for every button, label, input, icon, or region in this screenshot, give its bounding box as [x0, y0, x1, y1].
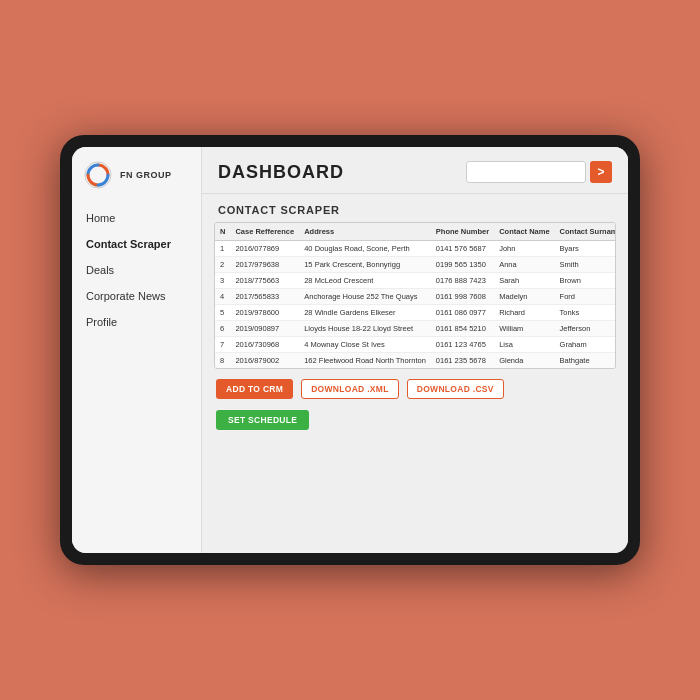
col-header: Phone Number	[431, 223, 494, 241]
table-cell: William	[494, 321, 554, 337]
table-cell: Byars	[555, 241, 616, 257]
table-cell: Jefferson	[555, 321, 616, 337]
table-cell: 0161 086 0977	[431, 305, 494, 321]
table-cell: 4	[215, 289, 230, 305]
section-title: CONTACT SCRAPER	[202, 194, 628, 222]
set-schedule-button[interactable]: SET SCHEDULE	[216, 410, 309, 430]
table-body: 12016/07786940 Douglas Road, Scone, Pert…	[215, 241, 616, 369]
table-cell: 28 Windle Gardens Elkeser	[299, 305, 431, 321]
table-cell: 3	[215, 273, 230, 289]
table-cell: Anna	[494, 257, 554, 273]
table-cell: 2	[215, 257, 230, 273]
action-row: ADD TO CRM DOWNLOAD .XML DOWNLOAD .CSV	[202, 369, 628, 405]
table-cell: 2019/090897	[230, 321, 299, 337]
table-cell: 1	[215, 241, 230, 257]
table-cell: Glenda	[494, 353, 554, 369]
table-cell: 2016/879002	[230, 353, 299, 369]
search-input[interactable]	[466, 161, 586, 183]
table-cell: John	[494, 241, 554, 257]
data-table-container: NCase RefferenceAddressPhone NumberConta…	[214, 222, 616, 369]
table-cell: 7	[215, 337, 230, 353]
table-cell: Anchorage House 252 The Quays	[299, 289, 431, 305]
table-row: 82016/879002162 Fleetwood Road North Tho…	[215, 353, 616, 369]
page-title: DASHBOARD	[218, 162, 344, 183]
table-cell: 5	[215, 305, 230, 321]
table-cell: Smith	[555, 257, 616, 273]
add-to-crm-button[interactable]: ADD TO CRM	[216, 379, 293, 399]
sidebar-item-home[interactable]: Home	[72, 205, 201, 231]
table-cell: 15 Park Crescent, Bonnyrigg	[299, 257, 431, 273]
table-cell: 2016/077869	[230, 241, 299, 257]
table-cell: Lloyds House 18-22 Lloyd Street	[299, 321, 431, 337]
sidebar-nav: Home Contact Scraper Deals Corporate New…	[72, 205, 201, 335]
download-xml-button[interactable]: DOWNLOAD .XML	[301, 379, 399, 399]
search-button[interactable]: >	[590, 161, 612, 183]
fn-group-logo	[84, 161, 112, 189]
table-row: 32018/77566328 McLeod Crescent0176 888 7…	[215, 273, 616, 289]
sidebar-item-contact-scraper[interactable]: Contact Scraper	[72, 231, 201, 257]
device-frame: FN GROUP Home Contact Scraper Deals Corp…	[60, 135, 640, 565]
table-cell: 0161 854 5210	[431, 321, 494, 337]
table-cell: 0161 235 5678	[431, 353, 494, 369]
table-cell: 2019/978600	[230, 305, 299, 321]
col-header: Case Refference	[230, 223, 299, 241]
table-cell: 6	[215, 321, 230, 337]
table-cell: 0161 123 4765	[431, 337, 494, 353]
main-content: DASHBOARD > CONTACT SCRAPER NCase Reffer…	[202, 147, 628, 553]
download-csv-button[interactable]: DOWNLOAD .CSV	[407, 379, 504, 399]
table-cell: Brown	[555, 273, 616, 289]
sidebar: FN GROUP Home Contact Scraper Deals Corp…	[72, 147, 202, 553]
table-cell: 0161 998 7608	[431, 289, 494, 305]
table-cell: Lisa	[494, 337, 554, 353]
table-cell: Richard	[494, 305, 554, 321]
table-row: 42017/565833Anchorage House 252 The Quay…	[215, 289, 616, 305]
table-cell: Madelyn	[494, 289, 554, 305]
col-header: Contact Name	[494, 223, 554, 241]
col-header: N	[215, 223, 230, 241]
table-cell: 8	[215, 353, 230, 369]
sidebar-item-profile[interactable]: Profile	[72, 309, 201, 335]
sidebar-item-deals[interactable]: Deals	[72, 257, 201, 283]
table-cell: 162 Fleetwood Road North Thornton	[299, 353, 431, 369]
col-header: Contact Surname	[555, 223, 616, 241]
table-cell: 0141 576 5687	[431, 241, 494, 257]
logo-text: FN GROUP	[120, 170, 172, 180]
table-row: 72016/7309684 Mownay Close St Ives0161 1…	[215, 337, 616, 353]
contact-scraper-table: NCase RefferenceAddressPhone NumberConta…	[215, 223, 616, 368]
table-cell: 2017/979638	[230, 257, 299, 273]
table-cell: Bathgate	[555, 353, 616, 369]
table-header-row: NCase RefferenceAddressPhone NumberConta…	[215, 223, 616, 241]
search-bar: >	[466, 161, 612, 183]
table-cell: Tonks	[555, 305, 616, 321]
device-screen: FN GROUP Home Contact Scraper Deals Corp…	[72, 147, 628, 553]
schedule-row: SET SCHEDULE	[202, 405, 628, 440]
table-cell: Ford	[555, 289, 616, 305]
sidebar-logo: FN GROUP	[72, 161, 201, 205]
table-cell: 4 Mownay Close St Ives	[299, 337, 431, 353]
table-cell: 0176 888 7423	[431, 273, 494, 289]
sidebar-item-corporate-news[interactable]: Corporate News	[72, 283, 201, 309]
table-cell: 40 Douglas Road, Scone, Perth	[299, 241, 431, 257]
table-cell: Graham	[555, 337, 616, 353]
col-header: Address	[299, 223, 431, 241]
table-row: 22017/97963815 Park Crescent, Bonnyrigg0…	[215, 257, 616, 273]
table-cell: 0199 565 1350	[431, 257, 494, 273]
table-row: 62019/090897Lloyds House 18-22 Lloyd Str…	[215, 321, 616, 337]
table-row: 12016/07786940 Douglas Road, Scone, Pert…	[215, 241, 616, 257]
header: DASHBOARD >	[202, 147, 628, 194]
table-cell: 2018/775663	[230, 273, 299, 289]
table-cell: 2017/565833	[230, 289, 299, 305]
table-cell: 2016/730968	[230, 337, 299, 353]
table-row: 52019/97860028 Windle Gardens Elkeser016…	[215, 305, 616, 321]
table-cell: Sarah	[494, 273, 554, 289]
table-cell: 28 McLeod Crescent	[299, 273, 431, 289]
